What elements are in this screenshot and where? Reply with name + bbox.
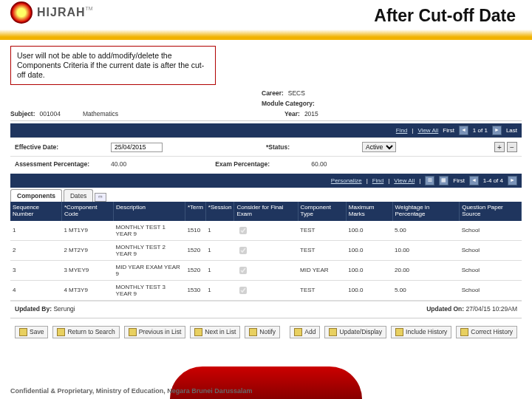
exam-pct-value: 60.00: [311, 160, 327, 168]
next-page-icon[interactable]: ►: [492, 126, 502, 135]
consider-final-checkbox: [239, 247, 247, 254]
column-header: Sequence Number: [10, 202, 61, 221]
column-header: Component Type: [298, 202, 346, 221]
viewall-link-2[interactable]: View All: [394, 177, 415, 184]
column-header: Question Paper Source: [460, 202, 522, 221]
column-header: Maximum Marks: [346, 202, 392, 221]
table-row: 22 MT2Y9MONTHLY TEST 2 YEAR 915201TEST10…: [10, 240, 522, 260]
grid-nav-bar-1: Find | View All First ◄ 1 of 1 ► Last: [10, 123, 522, 137]
return-icon: [57, 328, 65, 336]
correct-icon: [460, 328, 468, 336]
add-row-icon[interactable]: +: [494, 142, 505, 152]
effective-date-label: Effective Date:: [15, 143, 96, 151]
zoom-icon[interactable]: ⊞: [425, 176, 434, 185]
column-header: *Session: [205, 202, 234, 221]
column-header: *Term: [185, 202, 205, 221]
prev-icon: [129, 328, 137, 336]
find-link[interactable]: Find: [396, 127, 408, 134]
year-value: 2015: [304, 110, 318, 117]
expand-tabs-icon[interactable]: ▭: [95, 193, 106, 202]
personalize-link[interactable]: Personalize: [331, 177, 362, 184]
consider-final-checkbox: [239, 227, 247, 234]
subject-code: 001004: [40, 110, 61, 117]
tab-components[interactable]: Components: [10, 189, 62, 202]
logo-text: HIJRAHTM: [37, 6, 93, 19]
module-category-label: Module Category:: [262, 100, 315, 107]
update-icon: [329, 328, 337, 336]
footer-band: Confidential & Proprietary, Ministry of …: [0, 355, 532, 399]
table-row: 11 MT1Y9MONTHLY TEST 1 YEAR 915101TEST10…: [10, 221, 522, 241]
exam-pct-label: Exam Percentage:: [215, 160, 296, 168]
logo: HIJRAHTM: [10, 1, 93, 24]
add-icon: [294, 328, 302, 336]
row-count: 1-4 of 4: [483, 177, 503, 184]
add-button[interactable]: Add: [290, 326, 320, 338]
notify-button[interactable]: Notify: [245, 326, 280, 338]
viewall-link[interactable]: View All: [417, 127, 438, 134]
updated-on-value: 27/04/15 10:29AM: [466, 305, 517, 313]
column-header: Weightage in Percentage: [392, 202, 460, 221]
confidential-text: Confidential & Proprietary, Ministry of …: [10, 387, 252, 395]
notify-icon: [249, 328, 257, 336]
updated-by-value: Serungi: [53, 305, 75, 313]
last-label: Last: [506, 127, 517, 134]
subject-label: Subject:: [10, 110, 35, 117]
next-icon-2[interactable]: ►: [508, 176, 517, 185]
column-header: Consider for Final Exam: [234, 202, 298, 221]
return-button[interactable]: Return to Search: [52, 326, 119, 338]
components-table: Sequence Number*Component CodeDescriptio…: [10, 202, 522, 301]
column-header: Description: [114, 202, 185, 221]
update-display-button[interactable]: Update/Display: [324, 326, 386, 338]
history-icon: [395, 328, 403, 336]
next-icon: [194, 328, 202, 336]
remove-row-icon[interactable]: −: [507, 142, 517, 152]
effective-date-input[interactable]: [111, 143, 163, 152]
subject-name: Mathematics: [83, 110, 118, 117]
table-row: 33 MYEY9MID YEAR EXAM YEAR 915201MID YEA…: [10, 260, 522, 280]
year-label: Year:: [284, 110, 300, 117]
prev-list-button[interactable]: Previous in List: [124, 326, 186, 338]
updated-on-label: Updated On:: [426, 305, 464, 313]
career-value: SECS: [288, 89, 305, 97]
consider-final-checkbox: [239, 287, 247, 294]
save-icon: [19, 328, 27, 336]
download-icon[interactable]: ▦: [439, 176, 449, 185]
logo-badge-icon: [10, 1, 33, 24]
first-label-2: First: [453, 177, 465, 184]
page-count: 1 of 1: [473, 127, 488, 134]
prev-icon-2[interactable]: ◄: [469, 176, 479, 185]
save-button[interactable]: Save: [15, 326, 48, 338]
consider-final-checkbox: [239, 267, 247, 274]
tab-dates[interactable]: Dates: [64, 189, 93, 202]
assessment-pct-value: 40.00: [111, 160, 126, 168]
include-history-button[interactable]: Include History: [391, 326, 451, 338]
warning-note: User will not be able to add/modify/dele…: [10, 46, 216, 85]
updated-by-label: Updated By:: [15, 305, 52, 313]
column-header: *Component Code: [61, 202, 113, 221]
table-row: 44 MT3Y9MONTHLY TEST 3 YEAR 915301TEST10…: [10, 280, 522, 300]
status-select[interactable]: Active: [362, 142, 396, 152]
status-label: *Status:: [266, 143, 347, 151]
find-link-2[interactable]: Find: [372, 177, 384, 184]
next-list-button[interactable]: Next in List: [190, 326, 240, 338]
page-title: After Cut-off Date: [374, 6, 516, 26]
prev-page-icon[interactable]: ◄: [459, 126, 468, 135]
correct-history-button[interactable]: Correct History: [456, 326, 517, 338]
grid-nav-bar-2: Personalize | Find | View All | ⊞ ▦ Firs…: [10, 174, 522, 188]
career-label: Career:: [262, 89, 284, 97]
assessment-pct-label: Assessment Percentage:: [15, 160, 96, 168]
header-band: HIJRAHTM After Cut-off Date: [0, 0, 532, 40]
first-label: First: [443, 127, 454, 134]
